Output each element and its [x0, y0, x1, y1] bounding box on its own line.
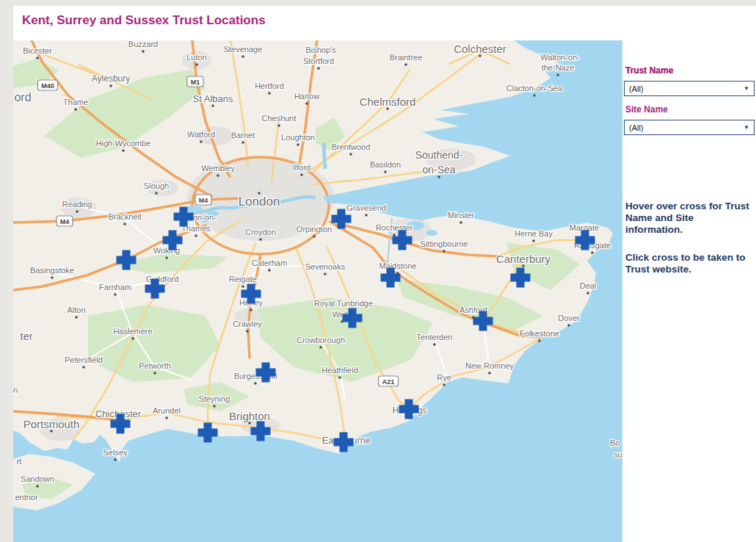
town-dot	[586, 292, 589, 295]
map-label: Brighton	[229, 410, 270, 422]
map-label: Buzzard	[128, 40, 158, 48]
map-label: Sandown	[21, 474, 54, 483]
town-dot	[324, 272, 327, 275]
town-dot	[349, 153, 352, 156]
map-label: Caterham	[252, 259, 287, 267]
town-dot	[82, 366, 85, 369]
town-dot	[384, 170, 387, 173]
map-label: rt	[17, 457, 22, 466]
site-name-dropdown-value: (All)	[629, 123, 644, 132]
town-dot	[74, 108, 77, 111]
site-name-dropdown[interactable]: (All) ▼	[624, 120, 755, 135]
town-dot	[393, 234, 396, 236]
map-label: Luton	[186, 53, 207, 62]
map-label: Tenterden	[417, 333, 453, 342]
town-dot	[131, 337, 134, 340]
map-label: New Romney	[465, 361, 515, 370]
town-dot	[404, 63, 407, 66]
town-dot	[556, 73, 559, 76]
svg-text:M4: M4	[60, 218, 70, 225]
town-dot	[338, 376, 341, 379]
town-dot	[254, 382, 257, 385]
town-dot	[443, 250, 446, 253]
map-label: Barnet	[231, 131, 255, 140]
town-dot	[297, 143, 299, 146]
svg-text:M40: M40	[41, 82, 54, 90]
map-label: Haslemere	[113, 327, 152, 336]
map-label: Maidstone	[379, 261, 417, 270]
map-label: Canterbury	[496, 253, 551, 265]
town-dot	[443, 383, 446, 386]
town-dot	[114, 293, 117, 296]
town-dot	[365, 214, 368, 217]
map-label: Folkestone	[520, 329, 559, 338]
map-label: Steyning	[199, 394, 230, 403]
map-label: Alton	[67, 306, 85, 314]
map-label: Heathfield	[321, 366, 358, 375]
map-label: Crawley	[233, 319, 262, 328]
map-label: Slough	[144, 181, 169, 190]
map-label: entnor	[15, 493, 38, 502]
town-dot	[268, 269, 271, 272]
map-label: Brentwood	[332, 142, 371, 151]
town-dot	[319, 346, 322, 349]
map-label: Dover	[558, 314, 580, 322]
town-dot	[195, 234, 197, 237]
map-label: Deal	[580, 281, 597, 290]
town-dot	[259, 238, 262, 241]
road-badge: A21	[379, 376, 399, 386]
map-label: Gravesend	[346, 203, 386, 212]
map-label: Arundel	[153, 406, 181, 415]
map-label: Minster	[448, 211, 474, 220]
map-label: Cheshunt	[261, 114, 296, 123]
map-label: Colchester	[454, 43, 506, 55]
town-dot	[76, 210, 79, 213]
town-dot	[123, 223, 126, 225]
page-title: Kent, Surrey and Sussex Trust Locations	[22, 13, 266, 28]
town-dot	[488, 372, 491, 375]
town-dot	[51, 276, 54, 279]
map-label: Wembley	[201, 164, 235, 173]
town-dot	[246, 330, 249, 333]
map-label: Aylesbury	[92, 73, 130, 84]
town-dot	[200, 140, 203, 143]
town-dot	[522, 264, 525, 267]
map-label: Reigate	[229, 275, 257, 283]
town-dot	[567, 324, 570, 327]
town-dot	[300, 173, 303, 176]
map-label: Orpington	[297, 225, 332, 234]
chevron-down-icon[interactable]: ▼	[744, 125, 749, 131]
click-instruction: Click cross to be taken to Trust website…	[625, 252, 752, 275]
town-dot	[433, 343, 436, 346]
map-label: ord	[14, 91, 31, 104]
map-label: Croydon	[245, 228, 276, 236]
hover-instruction: Hover over cross for Trust Name and Site…	[625, 200, 752, 236]
town-dot	[155, 192, 158, 195]
trust-name-dropdown-value: (All)	[629, 84, 644, 93]
map-label: su	[614, 450, 622, 459]
town-dot	[277, 124, 280, 127]
town-dot	[268, 92, 271, 95]
road-badge: M1	[187, 76, 203, 87]
town-dot	[75, 316, 78, 319]
town-dot	[122, 149, 125, 152]
site-name-filter-label: Site Name	[625, 104, 668, 115]
road-badge: M40	[38, 80, 58, 90]
town-dot	[114, 458, 117, 461]
map-label: Walton-on-	[540, 53, 580, 62]
trust-locations-map[interactable]: M40M1M4M4A21 BicesterBuzzardLutonStevena…	[13, 40, 622, 542]
trust-name-dropdown[interactable]: (All) ▼	[624, 81, 755, 96]
map-label: n	[13, 386, 18, 394]
map-label: Farnham	[99, 283, 131, 292]
town-dot	[165, 256, 168, 259]
town-dot	[532, 239, 535, 242]
map-label: London	[239, 195, 280, 209]
town-dot	[153, 372, 156, 375]
chevron-down-icon[interactable]: ▼	[744, 86, 749, 92]
map-label: Herne Bay	[515, 229, 553, 238]
town-dot	[479, 54, 481, 57]
map-label: Bo	[610, 438, 619, 447]
map-label: Braintree	[390, 53, 423, 62]
map-label: Sittingbourne	[421, 239, 468, 248]
map-label: Watford	[187, 130, 215, 139]
